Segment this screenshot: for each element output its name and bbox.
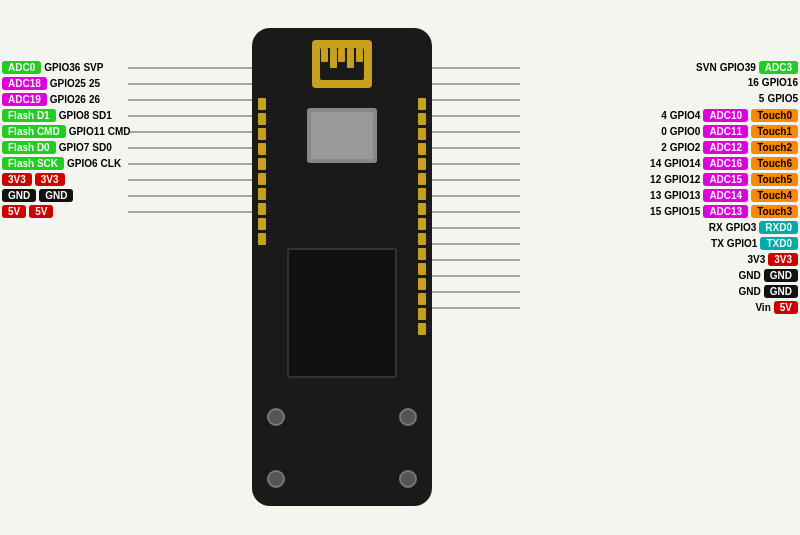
gpio7-text: GPIO7 <box>59 142 90 153</box>
gnd-right2-label: GND <box>764 285 798 298</box>
adc11-label: ADC11 <box>703 125 748 138</box>
adc13-label: ADC13 <box>703 205 748 218</box>
pin-gpio16: 16 GPIO16 <box>748 77 798 88</box>
pin-gnd-left: GND GND <box>2 189 73 202</box>
oled-screen <box>287 248 397 378</box>
2-board-label: 2 <box>661 142 667 153</box>
gpio16-text: GPIO16 <box>762 77 798 88</box>
pin-3v3-right: 3V3 3V3 <box>747 253 798 266</box>
flash-sck-label: Flash SCK <box>2 157 64 170</box>
gpio14-text: GPIO14 <box>664 158 700 169</box>
gpio6-text: GPIO6 <box>67 158 98 169</box>
pin-gnd-right1: GND GND <box>739 269 798 282</box>
15-board-label: 15 <box>650 206 661 217</box>
adc15-label: ADC15 <box>703 173 748 186</box>
touch1-label: Touch1 <box>751 125 798 138</box>
pin-gpio15: 15 GPIO15 ADC13 Touch3 <box>650 205 798 218</box>
mounting-hole-bl <box>267 470 285 488</box>
flash-cmd-label: Flash CMD <box>2 125 66 138</box>
mounting-hole-tl <box>267 408 285 426</box>
touch4-label: Touch4 <box>751 189 798 202</box>
touch6-label: Touch6 <box>751 157 798 170</box>
adc0-label: ADC0 <box>2 61 41 74</box>
adc16-label: ADC16 <box>703 157 748 170</box>
touch0-label: Touch0 <box>751 109 798 122</box>
svp-board-label: SVP <box>83 62 103 73</box>
3v3-right-label: 3V3 <box>768 253 798 266</box>
left-pin-headers <box>258 96 266 246</box>
gnd-right1-label: GND <box>764 269 798 282</box>
gnd-board-right2: GND <box>739 286 761 297</box>
gpio15-text: GPIO15 <box>664 206 700 217</box>
touch5-label: Touch5 <box>751 173 798 186</box>
right-pin-headers <box>418 96 426 336</box>
0-board-label: 0 <box>661 126 667 137</box>
clk-board-label: CLK <box>101 158 122 169</box>
adc12-label: ADC12 <box>703 141 748 154</box>
touch3-label: Touch3 <box>751 205 798 218</box>
antenna <box>312 40 372 88</box>
esp32-board <box>252 28 432 506</box>
pin-flash-sck: Flash SCK GPIO6 CLK <box>2 157 121 170</box>
12-board-label: 12 <box>650 174 661 185</box>
pin-adc18: ADC18 GPIO25 25 <box>2 77 100 90</box>
pin-gpio1: TX GPIO1 TXD0 <box>711 237 798 250</box>
gpio5-text: GPIO5 <box>767 93 798 104</box>
pin-5v-left: 5V 5V <box>2 205 53 218</box>
5v-right-label: 5V <box>774 301 798 314</box>
pin-flash-d1: Flash D1 GPIO8 SD1 <box>2 109 112 122</box>
mounting-hole-tr <box>399 408 417 426</box>
gpio25-text: GPIO25 <box>50 78 86 89</box>
gnd-left-label: GND <box>2 189 36 202</box>
adc3-label: ADC3 <box>759 61 798 74</box>
pin-flash-cmd: Flash CMD GPIO11 CMD <box>2 125 131 138</box>
adc14-label: ADC14 <box>703 189 748 202</box>
pin-gpio4: 4 GPIO4 ADC10 Touch0 <box>661 109 798 122</box>
pin-gpio0: 0 GPIO0 ADC11 Touch1 <box>661 125 798 138</box>
5-board-label: 5 <box>759 93 765 104</box>
txd0-label: TXD0 <box>760 237 798 250</box>
gpio4-text: GPIO4 <box>670 110 701 121</box>
rx-board-label: RX <box>709 222 723 233</box>
adc18-label: ADC18 <box>2 77 47 90</box>
flash-d0-label: Flash D0 <box>2 141 56 154</box>
pin-adc19: ADC19 GPIO26 26 <box>2 93 100 106</box>
pin-gpio3: RX GPIO3 RXD0 <box>709 221 798 234</box>
pin-gpio13: 13 GPIO13 ADC14 Touch4 <box>650 189 798 202</box>
26-board-label: 26 <box>89 94 100 105</box>
gpio2-text: GPIO2 <box>670 142 701 153</box>
pin-gpio5: 5 GPIO5 <box>759 93 798 104</box>
diagram-container: ADC0 GPIO36 SVP ADC18 GPIO25 25 ADC19 GP… <box>0 0 800 535</box>
flash-d1-label: Flash D1 <box>2 109 56 122</box>
gpio39-text: GPIO39 <box>720 62 756 73</box>
pin-gnd-right2: GND GND <box>739 285 798 298</box>
svn-board-label: SVN <box>696 62 717 73</box>
touch2-label: Touch2 <box>751 141 798 154</box>
3v3-left-label: 3V3 <box>2 173 32 186</box>
vin-board-label: Vin <box>755 302 770 313</box>
tx-board-label: TX <box>711 238 724 249</box>
sd1-board-label: SD1 <box>92 110 111 121</box>
chip <box>307 108 377 163</box>
pin-3v3-left: 3V3 3V3 <box>2 173 65 186</box>
adc19-label: ADC19 <box>2 93 47 106</box>
cmd-board-label: CMD <box>108 126 131 137</box>
gnd-board-text-left: GND <box>39 189 73 202</box>
gpio11-text: GPIO11 <box>69 126 105 137</box>
5v-board-text-left: 5V <box>29 205 53 218</box>
13-board-label: 13 <box>650 190 661 201</box>
gpio1-text: GPIO1 <box>727 238 758 249</box>
pin-flash-d0: Flash D0 GPIO7 SD0 <box>2 141 112 154</box>
5v-left-label: 5V <box>2 205 26 218</box>
gnd-board-right1: GND <box>739 270 761 281</box>
pin-gpio2: 2 GPIO2 ADC12 Touch2 <box>661 141 798 154</box>
pin-gpio12: 12 GPIO12 ADC15 Touch5 <box>650 173 798 186</box>
sd0-board-label: SD0 <box>92 142 111 153</box>
gpio26-text: GPIO26 <box>50 94 86 105</box>
25-board-label: 25 <box>89 78 100 89</box>
gpio13-text: GPIO13 <box>664 190 700 201</box>
gpio36-text: GPIO36 <box>44 62 80 73</box>
3v3-board-right: 3V3 <box>747 254 765 265</box>
3v3-board-text: 3V3 <box>35 173 65 186</box>
14-board-label: 14 <box>650 158 661 169</box>
